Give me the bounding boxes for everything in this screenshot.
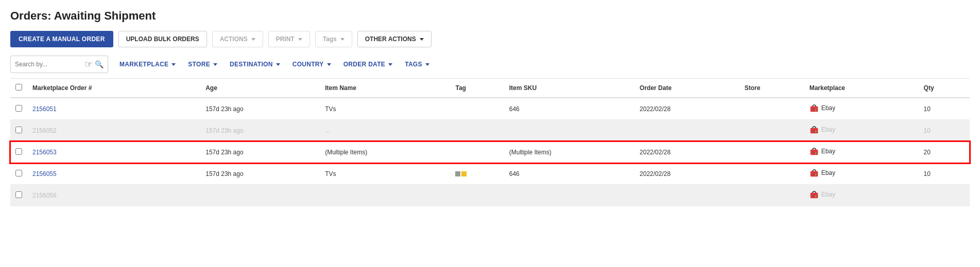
search-icon[interactable]: 🔍 (95, 60, 104, 68)
header-item-name: Item Name (320, 79, 450, 98)
row-item-name: (Multiple Items) (320, 141, 450, 163)
order-number-link[interactable]: 2156053 (32, 149, 57, 156)
ebay-bag-icon: eBay (810, 168, 819, 177)
row-order-date (634, 120, 740, 141)
row-item-sku: 646 (504, 98, 634, 120)
ebay-bag-icon: eBay (810, 103, 819, 113)
table-row: 2156055157d 23h agoTVs6462022/02/28 eBay… (10, 163, 970, 185)
country-filter-button[interactable]: COUNTRY (286, 58, 337, 71)
row-marketplace: eBay Ebay (804, 185, 919, 206)
svg-text:eBay: eBay (812, 130, 818, 133)
svg-text:eBay: eBay (812, 108, 818, 111)
row-marketplace: eBay Ebay (804, 120, 919, 141)
tags-filter-button[interactable]: TAGS (399, 58, 436, 71)
row-qty: 10 (919, 120, 970, 141)
header-order-num: Marketplace Order # (27, 79, 200, 98)
filter-bar: ☞ 🔍 MARKETPLACE STORE DESTINATION COUNTR… (10, 56, 970, 79)
destination-chevron-icon (276, 63, 280, 66)
row-item-sku (504, 185, 634, 206)
table-row: 2156052157d 23h ago... eBay Ebay 10 (10, 120, 970, 141)
row-store (740, 163, 804, 185)
marketplace-label: eBay Ebay (810, 103, 835, 113)
row-tag (450, 185, 504, 206)
header-marketplace: Marketplace (804, 79, 919, 98)
row-item-sku: 646 (504, 163, 634, 185)
header-item-sku: Item SKU (504, 79, 634, 98)
row-item-sku (504, 120, 634, 141)
cursor-icon: ☞ (84, 59, 93, 70)
row-checkbox[interactable] (15, 170, 22, 176)
country-chevron-icon (327, 63, 331, 66)
order-date-filter-button[interactable]: ORDER DATE (337, 58, 399, 71)
order-number-link[interactable]: 2156055 (32, 170, 57, 177)
row-order-date (634, 185, 740, 206)
search-input[interactable] (15, 61, 85, 68)
header-age: Age (200, 79, 320, 98)
table-row: 2156056 eBay Ebay (10, 185, 970, 206)
marketplace-label: eBay Ebay (810, 125, 835, 134)
row-store (740, 98, 804, 120)
row-age (200, 185, 320, 206)
store-chevron-icon (213, 63, 217, 66)
row-store (740, 185, 804, 206)
marketplace-chevron-icon (171, 63, 176, 66)
order-date-chevron-icon (388, 63, 392, 66)
row-tag (450, 120, 504, 141)
orders-table: Marketplace Order # Age Item Name Tag It… (10, 79, 970, 206)
store-filter-button[interactable]: STORE (182, 58, 223, 71)
row-item-name (320, 185, 450, 206)
row-item-sku: (Multiple Items) (504, 141, 634, 163)
tag-square-yellow (461, 171, 467, 176)
print-chevron-icon (298, 38, 302, 41)
row-marketplace: eBay Ebay (804, 98, 919, 120)
row-item-name: ... (320, 120, 450, 141)
svg-text:eBay: eBay (812, 194, 818, 198)
other-actions-chevron-icon (420, 38, 424, 41)
tag-squares (455, 171, 498, 176)
row-marketplace: eBay Ebay (804, 141, 919, 163)
marketplace-label: eBay Ebay (810, 168, 835, 177)
actions-button[interactable]: ACTIONS (212, 31, 263, 47)
create-manual-order-button[interactable]: CREATE A MANUAL ORDER (10, 31, 113, 47)
row-checkbox[interactable] (15, 191, 22, 198)
other-actions-button[interactable]: OTHER ACTIONS (357, 31, 432, 47)
marketplace-label: eBay Ebay (810, 190, 835, 199)
header-order-date: Order Date (634, 79, 740, 98)
header-checkbox-col (10, 79, 27, 98)
ebay-bag-icon: eBay (810, 147, 819, 156)
row-marketplace: eBay Ebay (804, 163, 919, 185)
svg-text:eBay: eBay (812, 173, 818, 176)
destination-filter-button[interactable]: DESTINATION (223, 58, 286, 71)
toolbar: CREATE A MANUAL ORDER UPLOAD BULK ORDERS… (10, 31, 970, 47)
tags-button[interactable]: Tags (315, 31, 352, 47)
header-tag: Tag (450, 79, 504, 98)
upload-bulk-orders-button[interactable]: UPLOAD BULK ORDERS (118, 31, 207, 47)
tags-chevron-icon (340, 38, 345, 41)
row-age: 157d 23h ago (200, 141, 320, 163)
table-row: 2156051157d 23h agoTVs6462022/02/28 eBay… (10, 98, 970, 120)
order-number-link[interactable]: 2156051 (32, 105, 57, 113)
row-checkbox[interactable] (15, 148, 22, 155)
row-tag (450, 163, 504, 185)
ebay-bag-icon: eBay (810, 125, 819, 134)
svg-text:eBay: eBay (812, 151, 818, 154)
table-row: 2156053157d 23h ago(Multiple Items)(Mult… (10, 141, 970, 163)
row-order-date: 2022/02/28 (634, 163, 740, 185)
row-order-date: 2022/02/28 (634, 98, 740, 120)
row-order-date: 2022/02/28 (634, 141, 740, 163)
select-all-checkbox[interactable] (15, 84, 22, 91)
row-item-name: TVs (320, 163, 450, 185)
row-tag (450, 98, 504, 120)
header-store: Store (740, 79, 804, 98)
table-header-row: Marketplace Order # Age Item Name Tag It… (10, 79, 970, 98)
row-qty (919, 185, 970, 206)
marketplace-filter-button[interactable]: MARKETPLACE (113, 58, 182, 71)
row-store (740, 141, 804, 163)
row-checkbox[interactable] (15, 127, 22, 133)
page-title: Orders: Awaiting Shipment (10, 9, 970, 23)
row-age: 157d 23h ago (200, 163, 320, 185)
print-button[interactable]: PRINT (268, 31, 310, 47)
row-checkbox[interactable] (15, 105, 22, 112)
header-qty: Qty (919, 79, 970, 98)
tags-filter-chevron-icon (425, 63, 429, 66)
